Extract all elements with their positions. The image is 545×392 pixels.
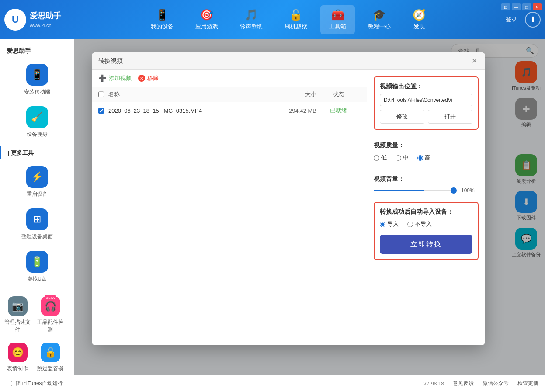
volume-label: 视频音量： [374, 175, 479, 183]
nav-item-discover[interactable]: 🧭 发现 [404, 5, 434, 34]
nav-label-ringtones: 铃声壁纸 [240, 23, 263, 31]
beta-badge: BETA [45, 295, 56, 300]
download-button[interactable]: ⬇ [525, 12, 541, 28]
import-no-radio[interactable] [407, 222, 413, 227]
maximize-button[interactable]: □ [522, 3, 531, 10]
quality-mid-radio[interactable] [396, 155, 401, 161]
import-radio-group: 导入 不导入 [380, 220, 472, 228]
modal-table: 名称 大小 状态 2020_06_23_18_15_IMG_0315.MP4 2… [92, 87, 367, 345]
import-yes-radio[interactable] [380, 222, 385, 227]
install-mobile-icon: 📱 [26, 64, 48, 86]
modal-left-panel: ➕ 添加视频 ✕ 移除 名称 大小 状态 [92, 70, 367, 345]
nav-label-discover: 发现 [413, 23, 425, 31]
modal-body: ➕ 添加视频 ✕ 移除 名称 大小 状态 [92, 70, 485, 345]
sidebar-item-organize-desktop[interactable]: ⊞ 整理设备桌面 [0, 203, 74, 246]
ringtones-icon: 🎵 [245, 9, 258, 21]
sidebar-item-install-mobile[interactable]: 📱 安装移动端 [0, 59, 74, 101]
wechat-link[interactable]: 微信公众号 [483, 380, 509, 387]
nav-item-tutorials[interactable]: 🎓 教程中心 [359, 5, 399, 34]
quality-high-radio[interactable] [417, 155, 423, 161]
modal-dialog: 转换视频 ✕ ➕ 添加视频 ✕ 移除 [92, 52, 485, 345]
sidebar-bottom-items: 📷 管理描述文件 🎧 BETA 正品配件检测 😊 表情制作 🔓 跳过监管锁 [0, 288, 74, 380]
sidebar-label-accessories: 正品配件检测 [37, 319, 64, 333]
tutorials-icon: 🎓 [373, 9, 386, 21]
nav-item-ringtones[interactable]: 🎵 铃声壁纸 [231, 5, 271, 34]
organize-desktop-icon: ⊞ [26, 208, 48, 230]
virtual-usb-icon: 🔋 [26, 251, 48, 273]
sidebar-item-bypass[interactable]: 🔓 跳过监管锁 [35, 339, 66, 376]
feedback-link[interactable]: 意见反馈 [453, 380, 474, 387]
login-button[interactable]: 登录 [502, 14, 521, 25]
import-yes[interactable]: 导入 [380, 220, 399, 228]
quality-mid-label: 中 [403, 154, 409, 162]
bypass-icon: 🔓 [41, 343, 60, 362]
bottom-bar: 阻止iTunes自动运行 V7.98.18 意见反馈 微信公众号 检查更新 [0, 375, 545, 392]
import-yes-label: 导入 [387, 220, 399, 228]
modal-header: 转换视频 ✕ [92, 52, 485, 70]
nav-label-toolbox: 工具箱 [329, 23, 346, 31]
itunes-checkbox[interactable] [7, 381, 12, 386]
sidebar-item-restart[interactable]: ⚡ 重启设备 [0, 161, 74, 203]
nav-label-apps: 应用游戏 [195, 23, 218, 31]
remove-label: 移除 [147, 74, 159, 82]
quality-high[interactable]: 高 [417, 154, 430, 162]
row-checkbox[interactable] [98, 108, 104, 114]
bottom-left: 阻止iTunes自动运行 [7, 380, 63, 387]
logo-area: U 爱思助手 www.i4.cn [4, 9, 74, 31]
quality-mid[interactable]: 中 [396, 154, 409, 162]
output-buttons: 修改 打开 [380, 110, 472, 124]
remove-video-button[interactable]: ✕ 移除 [138, 74, 159, 82]
sidebar-label-restart: 重启设备 [27, 191, 48, 198]
sidebar-label-emoji: 表情制作 [7, 365, 28, 372]
sidebar-section-title: | 更多工具 [0, 146, 74, 159]
modal-close-button[interactable]: ✕ [470, 57, 479, 66]
sidebar-item-profiles[interactable]: 📷 管理描述文件 [2, 293, 33, 337]
table-row[interactable]: 2020_06_23_18_15_IMG_0315.MP4 294.42 MB … [92, 102, 367, 119]
volume-value: 100% [461, 187, 479, 194]
convert-button[interactable]: 立即转换 [380, 235, 472, 254]
quality-low[interactable]: 低 [374, 154, 387, 162]
import-label: 转换成功后自动导入设备： [380, 208, 472, 216]
add-video-button[interactable]: ➕ 添加视频 [98, 74, 132, 82]
sidebar-item-accessories[interactable]: 🎧 BETA 正品配件检测 [35, 293, 66, 337]
sidebar-item-slim-device[interactable]: 🧹 设备瘦身 [0, 101, 74, 143]
volume-slider-container: 100% [374, 187, 479, 194]
nav-label-flash: 刷机越狱 [285, 23, 307, 31]
update-link[interactable]: 检查更新 [517, 380, 538, 387]
quality-low-radio[interactable] [374, 155, 379, 161]
nav-item-my-device[interactable]: 📱 我的设备 [142, 5, 182, 34]
modify-button[interactable]: 修改 [380, 110, 424, 124]
restore-button[interactable]: ⊡ [501, 3, 510, 10]
slim-device-icon: 🧹 [26, 106, 48, 128]
close-window-button[interactable]: ✕ [533, 3, 542, 10]
sidebar-item-virtual-usb[interactable]: 🔋 虚拟U盘 [0, 246, 74, 288]
flash-icon: 🔓 [289, 9, 302, 21]
th-status: 状态 [316, 90, 360, 98]
nav-item-apps[interactable]: 🎯 应用游戏 [187, 5, 227, 34]
logo-main: 爱思助手 [30, 10, 61, 21]
modal-title: 转换视频 [98, 57, 123, 65]
nav-item-toolbox[interactable]: 🧰 工具箱 [320, 5, 355, 34]
volume-section: 视频音量： 100% [374, 173, 479, 195]
row-status: 已就绪 [316, 107, 360, 114]
toolbox-icon: 🧰 [331, 9, 344, 21]
output-label: 视频输出位置： [380, 83, 472, 90]
minimize-button[interactable]: — [512, 3, 521, 10]
nav-item-flash[interactable]: 🔓 刷机越狱 [276, 5, 316, 34]
import-section: 转换成功后自动导入设备： 导入 不导入 立即转换 [374, 202, 479, 260]
select-all-checkbox[interactable] [98, 90, 104, 98]
logo-circle: U [4, 9, 26, 31]
volume-slider[interactable] [374, 190, 457, 191]
sidebar-item-emoji[interactable]: 😊 表情制作 [2, 339, 33, 376]
sidebar-label-install-mobile: 安装移动端 [24, 88, 50, 96]
window-controls: ⊡ — □ ✕ [501, 3, 542, 10]
itunes-label: 阻止iTunes自动运行 [16, 380, 63, 387]
sidebar: 爱思助手 📱 安装移动端 🧹 设备瘦身 | 更多工具 ⚡ 重启设备 ⊞ 整理设备… [0, 39, 74, 375]
modal-right-panel: 视频输出位置： D:\i4Tools7\Files\ConvertedVi 修改… [367, 70, 485, 345]
add-video-label: 添加视频 [109, 74, 132, 82]
version-text: V7.98.18 [423, 381, 444, 387]
output-section: 视频输出位置： D:\i4Tools7\Files\ConvertedVi 修改… [374, 76, 479, 130]
open-button[interactable]: 打开 [428, 110, 472, 124]
import-no[interactable]: 不导入 [407, 220, 432, 228]
sidebar-label-virtual-usb: 虚拟U盘 [27, 275, 47, 283]
